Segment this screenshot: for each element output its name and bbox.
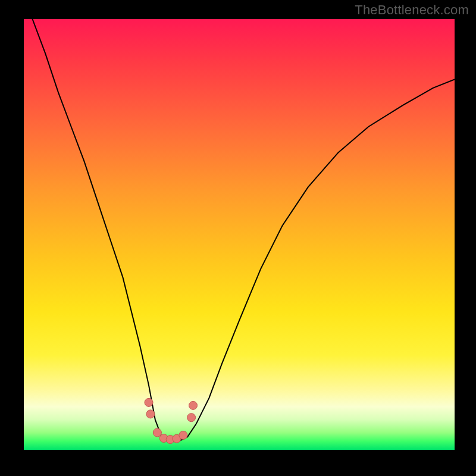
dip-marker [146, 410, 155, 418]
chart-svg [24, 19, 455, 450]
bottleneck-curve [24, 19, 455, 441]
dip-marker [187, 414, 196, 422]
dip-marker [145, 398, 153, 406]
chart-frame: TheBottleneck.com [0, 0, 476, 476]
plot-area [24, 19, 455, 450]
dip-marker [189, 401, 198, 409]
dip-marker [153, 428, 161, 437]
watermark-text: TheBottleneck.com [355, 2, 469, 18]
dip-marker [179, 431, 187, 439]
